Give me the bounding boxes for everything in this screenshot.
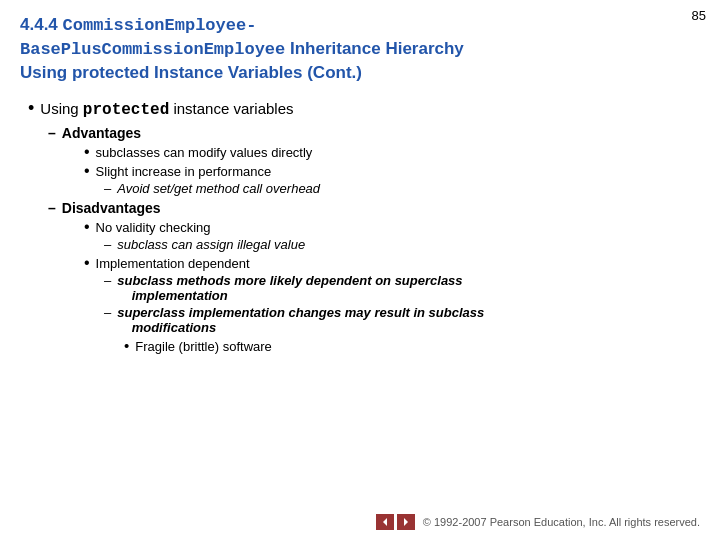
disadv-sub2-dash2-text: superclass implementation changes may re… [117,305,484,335]
disadv-sub2-dash2: – superclass implementation changes may … [104,305,692,335]
next-icon [401,517,411,527]
disadv-item-1-text: No validity checking [96,220,211,235]
section: – Advantages • subclasses can modify val… [48,125,692,354]
adv-item-1-text: subclasses can modify values directly [96,145,313,160]
disadv-sub1-text: subclass can assign illegal value [117,237,305,252]
fragile-label: Fragile (brittle) software [135,339,272,354]
adv-sub-dash: – Avoid set/get method call overhead [104,181,692,196]
dash-icon: – [48,125,56,141]
sub-dash-icon: – [104,305,111,320]
bullet-dot: • [28,99,34,117]
disadvantages-heading: – Disadvantages [48,200,692,216]
content-area: • Using protected instance variables – A… [0,93,720,354]
protected-keyword: protected [83,101,169,119]
disadv-item-1: • No validity checking [84,219,692,235]
title-text: 4.4.4 CommissionEmployee-BasePlusCommiss… [20,15,464,82]
svg-marker-1 [404,518,408,526]
header-title: 4.4.4 CommissionEmployee-BasePlusCommiss… [20,14,700,85]
sub-dot: • [84,163,90,179]
sub-dash-icon: – [104,181,111,196]
nav-buttons[interactable] [376,514,415,530]
disadv-item-2-text: Implementation dependent [96,256,250,271]
sub-sub-dot: • [124,338,129,353]
fragile-item: • Fragile (brittle) software [124,338,692,354]
header: 4.4.4 CommissionEmployee-BasePlusCommiss… [0,0,720,93]
adv-item-2-text: Slight increase in performance [96,164,272,179]
sub-dash-icon: – [104,273,111,288]
advantages-label: Advantages [62,125,141,141]
prev-icon [380,517,390,527]
sub-dot: • [84,144,90,160]
sub-dash-icon: – [104,237,111,252]
advantages-heading: – Advantages [48,125,692,141]
adv-item-2: • Slight increase in performance [84,163,692,179]
main-bullet: • Using protected instance variables [28,99,692,119]
disadv-sub1: – subclass can assign illegal value [104,237,692,252]
disadv-sub2-dash1: – subclass methods more likely dependent… [104,273,692,303]
sub-dot: • [84,255,90,271]
dash-icon: – [48,200,56,216]
disadv-item-2: • Implementation dependent [84,255,692,271]
adv-sub-dash-text: Avoid set/get method call overhead [117,181,320,196]
disadv-sub2-dash1-text: subclass methods more likely dependent o… [117,273,462,303]
sub-dot: • [84,219,90,235]
main-label: Using protected instance variables [40,100,293,119]
disadvantages-label: Disadvantages [62,200,161,216]
adv-item-1: • subclasses can modify values directly [84,144,692,160]
svg-marker-0 [383,518,387,526]
prev-button[interactable] [376,514,394,530]
page-number: 85 [692,8,706,23]
footer-text: © 1992-2007 Pearson Education, Inc. All … [423,516,700,528]
footer: © 1992-2007 Pearson Education, Inc. All … [376,514,700,530]
next-button[interactable] [397,514,415,530]
